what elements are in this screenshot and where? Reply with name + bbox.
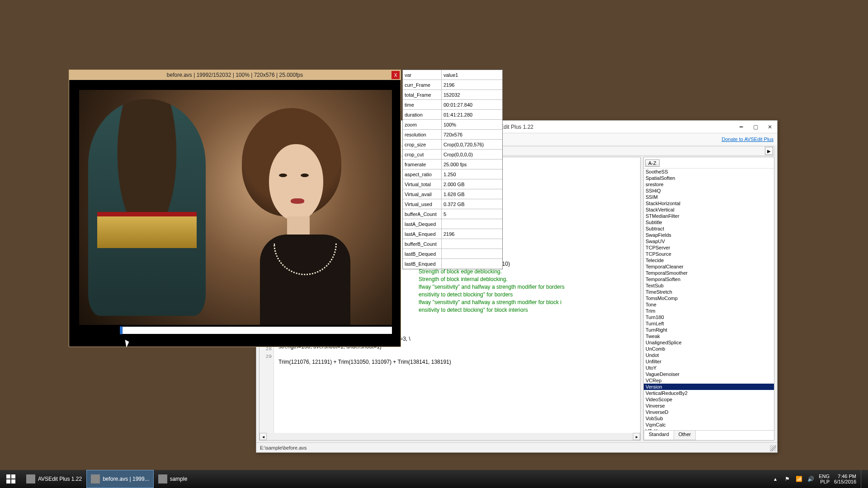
stats-key: bufferB_Count	[403, 239, 442, 249]
function-item[interactable]: TurnLeft	[644, 320, 774, 327]
function-item[interactable]: SSHiQ	[644, 188, 774, 194]
function-item[interactable]: StackHorizontal	[644, 200, 774, 206]
function-item[interactable]: VideoScope	[644, 396, 774, 403]
sort-az-button[interactable]: A-Z	[645, 160, 660, 167]
stats-key: crop_size	[403, 140, 442, 149]
network-icon[interactable]: 📶	[795, 475, 802, 483]
stats-row: crop_cutCrop(0,0,0,0)	[403, 150, 502, 160]
function-item[interactable]: Subtitle	[644, 219, 774, 225]
input-language[interactable]: ENG PLP	[819, 474, 830, 484]
stats-row: total_Frame152032	[403, 90, 502, 100]
function-item[interactable]: StackVertical	[644, 206, 774, 213]
uniform-collar	[97, 216, 197, 248]
function-item[interactable]: UtoY	[644, 365, 774, 371]
function-item[interactable]: VobSub	[644, 415, 774, 422]
function-item[interactable]: Version	[644, 384, 774, 390]
close-button[interactable]: ✕	[763, 122, 777, 132]
stats-key: duration	[403, 110, 442, 119]
function-item[interactable]: Turn180	[644, 314, 774, 320]
horizontal-scrollbar[interactable]: ◂ ▸	[259, 433, 640, 440]
stats-row: Virtual_used0.372 GB	[403, 199, 502, 209]
seek-progress	[79, 327, 120, 334]
stats-value: 01:41:21.280	[442, 112, 502, 117]
play-button[interactable]: ▶	[765, 147, 773, 155]
function-list[interactable]: SootheSSSpatialSoftensrestoreSSHiQSSIMSt…	[644, 169, 774, 430]
function-item[interactable]: TomsMoComp	[644, 295, 774, 301]
scroll-right-button[interactable]: ▸	[633, 433, 640, 440]
function-item[interactable]: VagueDenoiser	[644, 371, 774, 377]
tray-expand-icon[interactable]: ▴	[772, 475, 779, 483]
function-item[interactable]: Subtract	[644, 225, 774, 232]
stats-key: Virtual_avail	[403, 189, 442, 199]
editor-title: Edit Plus 1.22	[500, 124, 533, 130]
function-item[interactable]: VCRep	[644, 377, 774, 384]
scroll-left-button[interactable]: ◂	[259, 433, 267, 440]
function-item[interactable]: VToY	[644, 428, 774, 430]
preview-titlebar[interactable]: before.avs | 19992/152032 | 100% | 720x5…	[69, 70, 401, 80]
function-item[interactable]: SpatialSoften	[644, 175, 774, 181]
function-item[interactable]: TCPSource	[644, 251, 774, 257]
maximize-button[interactable]: ▢	[748, 122, 763, 132]
function-item[interactable]: Undot	[644, 352, 774, 358]
start-button[interactable]	[0, 470, 22, 488]
stats-row: curr_Frame2196	[403, 80, 502, 90]
function-item[interactable]: Unfilter	[644, 358, 774, 365]
seek-thumb[interactable]	[120, 326, 123, 334]
preview-viewport	[75, 87, 396, 336]
stats-key: aspect_ratio	[403, 169, 442, 179]
stats-key: resolution	[403, 130, 442, 139]
stats-header-val: value1	[442, 72, 502, 78]
function-item[interactable]: TurnRight	[644, 327, 774, 333]
resize-grip[interactable]	[770, 445, 776, 451]
taskbar-item[interactable]: before.avs | 1999...	[86, 470, 154, 488]
stats-value: 5	[442, 211, 502, 217]
function-item[interactable]: STMedianFilter	[644, 213, 774, 219]
function-item[interactable]: VqmCalc	[644, 422, 774, 428]
stats-key: crop_cut	[403, 150, 442, 159]
function-item[interactable]: SwapFields	[644, 232, 774, 238]
stats-value: 2196	[442, 231, 502, 237]
status-path: E:\sample\before.avs	[260, 445, 307, 450]
eye	[279, 174, 287, 177]
function-item[interactable]: TextSub	[644, 282, 774, 289]
function-item[interactable]: SSIM	[644, 194, 774, 200]
function-item[interactable]: srestore	[644, 181, 774, 188]
function-item[interactable]: Trim	[644, 308, 774, 314]
function-item[interactable]: Tweak	[644, 333, 774, 339]
stats-row: aspect_ratio1.250	[403, 169, 502, 179]
function-item[interactable]: SootheSS	[644, 169, 774, 175]
function-item[interactable]: UnalignedSplice	[644, 339, 774, 346]
stats-row: time00:01:27.840	[403, 100, 502, 110]
clock[interactable]: 7:46 PM 6/15/2016	[834, 474, 856, 484]
function-item[interactable]: Telecide	[644, 257, 774, 263]
statusbar: E:\sample\before.avs	[256, 442, 777, 452]
tab-other[interactable]: Other	[674, 431, 696, 440]
stats-row: framerate25.000 fps	[403, 160, 502, 169]
taskbar-item-label: before.avs | 1999...	[103, 476, 149, 482]
function-item[interactable]: TimeStretch	[644, 289, 774, 295]
preview-title: before.avs | 19992/152032 | 100% | 720x5…	[69, 72, 401, 78]
function-item[interactable]: TemporalSmoother	[644, 270, 774, 276]
function-item[interactable]: TCPServer	[644, 244, 774, 251]
function-item[interactable]: SwapUV	[644, 238, 774, 244]
face	[269, 144, 323, 221]
donate-link[interactable]: Donate to AVSEdit Plus	[722, 136, 774, 142]
function-item[interactable]: VerticalReduceBy2	[644, 390, 774, 396]
close-icon[interactable]: X	[392, 71, 400, 79]
function-item[interactable]: UnComb	[644, 346, 774, 352]
taskbar-item[interactable]: AVSEdit Plus 1.22	[22, 470, 86, 488]
taskbar-item[interactable]: sample	[154, 470, 192, 488]
action-center-icon[interactable]: ⚑	[783, 475, 791, 483]
function-item[interactable]: Vinverse	[644, 403, 774, 409]
show-desktop-button[interactable]	[861, 470, 864, 488]
taskbar-item-label: AVSEdit Plus 1.22	[38, 476, 82, 482]
volume-icon[interactable]: 🔊	[807, 475, 814, 483]
function-item[interactable]: TemporalSoften	[644, 276, 774, 282]
seek-bar[interactable]	[79, 327, 392, 334]
eye	[301, 174, 309, 177]
tab-standard[interactable]: Standard	[644, 431, 674, 440]
function-item[interactable]: VinverseD	[644, 409, 774, 415]
minimize-button[interactable]: ━	[734, 122, 748, 132]
function-item[interactable]: TemporalCleaner	[644, 263, 774, 270]
function-item[interactable]: Tone	[644, 301, 774, 308]
